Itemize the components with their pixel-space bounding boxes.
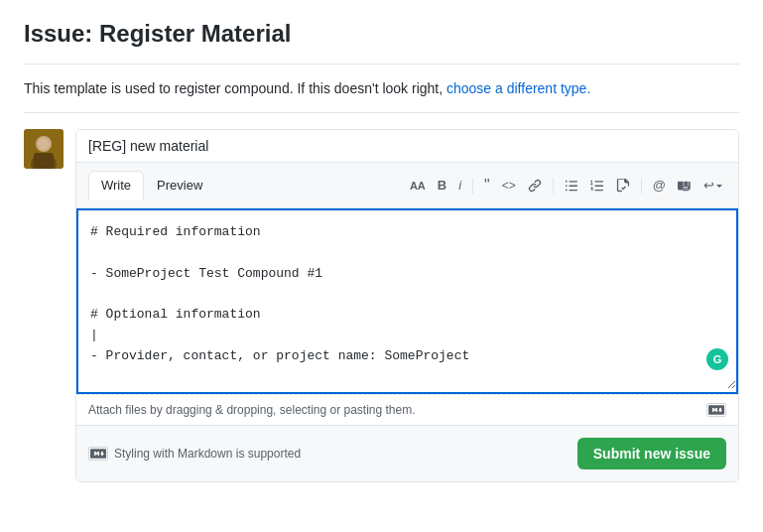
editor-tabs: Write Preview AA B i " <> bbox=[76, 163, 738, 208]
avatar bbox=[24, 129, 64, 169]
saved-reply-icon[interactable]: ↩ bbox=[700, 176, 726, 195]
separator-1 bbox=[472, 178, 473, 194]
toolbar-icons: AA B i " <> @ bbox=[407, 175, 726, 197]
task-list-icon[interactable] bbox=[613, 177, 633, 195]
aa-icon[interactable]: AA bbox=[407, 178, 429, 194]
italic-icon[interactable]: i bbox=[455, 176, 464, 195]
svg-point-3 bbox=[38, 138, 50, 150]
markdown-badge-small bbox=[706, 403, 726, 417]
markdown-icon bbox=[88, 447, 108, 461]
submit-button[interactable]: Submit new issue bbox=[577, 438, 726, 469]
page-title: Issue: Register Material bbox=[24, 20, 739, 65]
file-attach-label: Attach files by dragging & dropping, sel… bbox=[88, 403, 416, 417]
separator-3 bbox=[641, 178, 642, 194]
separator-2 bbox=[553, 178, 554, 194]
bullet-list-icon[interactable] bbox=[562, 177, 581, 195]
grammarly-icon: G bbox=[706, 348, 728, 370]
file-attach-area[interactable]: Attach files by dragging & dropping, sel… bbox=[76, 394, 738, 425]
tab-write[interactable]: Write bbox=[88, 171, 144, 200]
issue-form: Write Preview AA B i " <> bbox=[24, 129, 739, 482]
title-input[interactable] bbox=[76, 130, 738, 163]
svg-rect-4 bbox=[34, 153, 54, 169]
change-type-link[interactable]: choose a different type. bbox=[446, 80, 590, 96]
numbered-list-icon[interactable] bbox=[587, 177, 607, 195]
form-area: Write Preview AA B i " <> bbox=[75, 129, 739, 482]
quote-icon[interactable]: " bbox=[481, 175, 493, 197]
link-icon[interactable] bbox=[525, 177, 545, 195]
markdown-support-label: Styling with Markdown is supported bbox=[114, 447, 301, 461]
markdown-support: Styling with Markdown is supported bbox=[88, 447, 301, 461]
bold-icon[interactable]: B bbox=[435, 176, 449, 195]
reference-icon[interactable] bbox=[675, 177, 695, 195]
editor-body: # Required information - SomeProject Tes… bbox=[76, 208, 738, 394]
tab-preview[interactable]: Preview bbox=[144, 171, 215, 200]
mention-icon[interactable]: @ bbox=[650, 176, 669, 195]
description-prefix: This template is used to register compou… bbox=[24, 80, 443, 96]
editor-wrapper: # Required information - SomeProject Tes… bbox=[76, 208, 738, 425]
form-footer: Styling with Markdown is supported Submi… bbox=[76, 425, 738, 481]
editor-textarea[interactable]: # Required information - SomeProject Tes… bbox=[78, 210, 736, 389]
code-icon[interactable]: <> bbox=[499, 177, 519, 195]
tabs-left: Write Preview bbox=[88, 171, 215, 200]
description-text: This template is used to register compou… bbox=[24, 80, 739, 113]
